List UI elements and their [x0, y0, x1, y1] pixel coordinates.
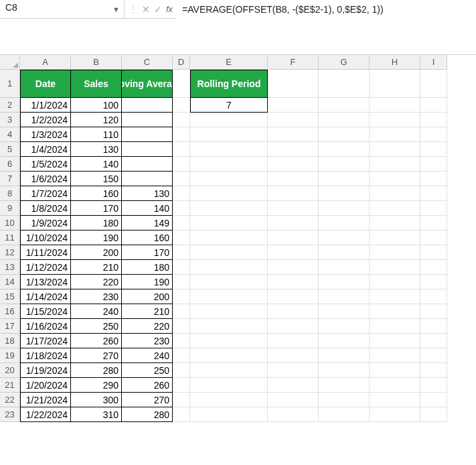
cell-period-value[interactable]: 7 [190, 98, 268, 113]
cell-empty[interactable] [319, 186, 370, 201]
row-header-22[interactable]: 22 [0, 393, 20, 407]
cell-empty[interactable] [173, 319, 190, 334]
cell-empty[interactable] [190, 216, 268, 230]
cell-empty[interactable] [268, 275, 319, 289]
cell-sales[interactable]: 300 [71, 393, 122, 407]
cell-mavg[interactable]: 149 [122, 216, 173, 230]
cell-empty[interactable] [370, 216, 420, 230]
cell-empty[interactable] [370, 393, 420, 407]
cell-date[interactable]: 1/21/2024 [20, 393, 71, 407]
cell-mavg[interactable] [122, 142, 173, 157]
cell-empty[interactable] [173, 393, 190, 407]
cell-empty[interactable] [319, 230, 370, 245]
row-header-14[interactable]: 14 [0, 275, 20, 289]
cell-empty[interactable] [370, 172, 420, 186]
cell-empty[interactable] [319, 363, 370, 378]
cell-empty[interactable] [268, 127, 319, 142]
cell-empty[interactable] [370, 304, 420, 319]
cell-empty[interactable] [370, 142, 420, 157]
cell-sales[interactable]: 160 [71, 186, 122, 201]
cell-empty[interactable] [268, 393, 319, 407]
row-header-16[interactable]: 16 [0, 304, 20, 319]
cell-empty[interactable] [370, 319, 420, 334]
cell-empty[interactable] [268, 348, 319, 363]
cell-empty[interactable] [173, 245, 190, 260]
cell-empty[interactable] [268, 230, 319, 245]
cell-empty[interactable] [370, 127, 420, 142]
cell-empty[interactable] [420, 319, 447, 334]
cell-empty[interactable] [190, 230, 268, 245]
cell-mavg[interactable]: 170 [122, 245, 173, 260]
cell-sales[interactable]: 310 [71, 407, 122, 422]
cell-date[interactable]: 1/1/2024 [20, 98, 71, 113]
cell-sales[interactable]: 290 [71, 378, 122, 393]
cell-empty[interactable] [268, 304, 319, 319]
formula-input[interactable]: =AVERAGE(OFFSET(B8, -($E$2-1), 0,$E$2, 1… [177, 0, 476, 55]
cell-empty[interactable] [420, 186, 447, 201]
cell-date[interactable]: 1/14/2024 [20, 289, 71, 304]
cell-empty[interactable] [319, 275, 370, 289]
cell-empty[interactable] [190, 172, 268, 186]
cell-empty[interactable] [268, 216, 319, 230]
cell-empty[interactable] [173, 127, 190, 142]
cell-sales[interactable]: 210 [71, 260, 122, 275]
cell-date[interactable]: 1/10/2024 [20, 230, 71, 245]
row-header-23[interactable]: 23 [0, 407, 20, 422]
cell-mavg[interactable]: 140 [122, 201, 173, 216]
cell-empty[interactable] [319, 289, 370, 304]
cell-empty[interactable] [420, 304, 447, 319]
cell-sales[interactable]: 180 [71, 216, 122, 230]
cell-empty[interactable] [173, 186, 190, 201]
cell-empty[interactable] [173, 275, 190, 289]
cell-empty[interactable] [370, 289, 420, 304]
cell-empty[interactable] [420, 142, 447, 157]
cell-empty[interactable] [268, 334, 319, 348]
cell-empty[interactable] [190, 304, 268, 319]
cell-mavg[interactable]: 240 [122, 348, 173, 363]
cell-sales[interactable]: 260 [71, 334, 122, 348]
col-header-E[interactable]: E [190, 55, 268, 70]
cell-empty[interactable] [420, 348, 447, 363]
cell-empty[interactable] [190, 334, 268, 348]
cell-date[interactable]: 1/13/2024 [20, 275, 71, 289]
cell-mavg[interactable]: 210 [122, 304, 173, 319]
cell-empty[interactable] [319, 260, 370, 275]
header-sales[interactable]: Sales [71, 70, 122, 98]
cell-mavg[interactable]: 260 [122, 378, 173, 393]
header-mavg[interactable]: Moving Average [122, 70, 173, 98]
cell-empty[interactable] [319, 98, 370, 113]
row-header-8[interactable]: 8 [0, 186, 20, 201]
cell-empty[interactable] [319, 201, 370, 216]
cell-empty[interactable] [370, 157, 420, 172]
accept-icon[interactable]: ✓ [154, 5, 162, 14]
cell-mavg[interactable] [122, 127, 173, 142]
cell-empty[interactable] [190, 407, 268, 422]
cell-empty[interactable] [268, 98, 319, 113]
cell-date[interactable]: 1/22/2024 [20, 407, 71, 422]
cell-empty[interactable] [173, 230, 190, 245]
cell-empty[interactable] [173, 304, 190, 319]
cell-empty[interactable] [420, 334, 447, 348]
cell-empty[interactable] [319, 334, 370, 348]
cell-sales[interactable]: 120 [71, 113, 122, 127]
cell-empty[interactable] [268, 186, 319, 201]
cell-empty[interactable] [190, 245, 268, 260]
cell-empty[interactable] [268, 260, 319, 275]
cell-empty[interactable] [190, 289, 268, 304]
fx-icon[interactable]: fx [166, 5, 173, 13]
cell-empty[interactable] [268, 289, 319, 304]
col-header-G[interactable]: G [319, 55, 370, 70]
cell-empty[interactable] [190, 201, 268, 216]
cell-date[interactable]: 1/3/2024 [20, 127, 71, 142]
cell-G1[interactable] [319, 70, 370, 98]
cell-mavg[interactable]: 130 [122, 186, 173, 201]
cell-empty[interactable] [319, 378, 370, 393]
cell-empty[interactable] [268, 245, 319, 260]
cell-empty[interactable] [173, 363, 190, 378]
cell-sales[interactable]: 130 [71, 142, 122, 157]
cell-empty[interactable] [420, 407, 447, 422]
cell-F1[interactable] [268, 70, 319, 98]
row-header-17[interactable]: 17 [0, 319, 20, 334]
cell-empty[interactable] [370, 334, 420, 348]
cell-I1[interactable] [420, 70, 447, 98]
